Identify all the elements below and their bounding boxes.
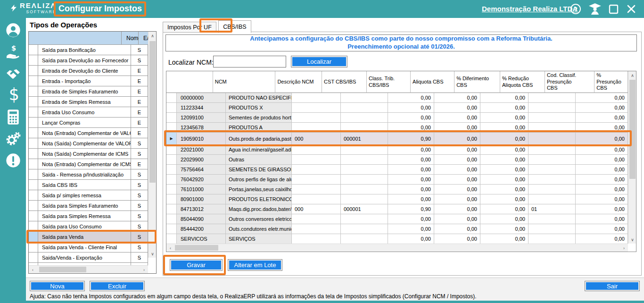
operation-row[interactable]: Saída para Venda - Cliente Final S — [29, 242, 148, 252]
operation-row[interactable]: Saída para Venda S — [29, 232, 148, 242]
account-link[interactable]: Demonstração Realiza LTDA — [482, 5, 578, 13]
cell-cod-classif[interactable] — [528, 113, 576, 123]
operation-row[interactable]: Saida p/ simples remessa S — [29, 190, 148, 201]
cell-cst[interactable] — [292, 234, 341, 244]
operation-row[interactable]: Nota (Saída) Complementar de ICMS S — [29, 149, 148, 159]
user-icon[interactable] — [6, 23, 21, 38]
operation-row-selector[interactable] — [29, 128, 38, 138]
operations-column-header[interactable]: Nome — [122, 32, 139, 45]
operations-horizontal-scrollbar[interactable]: ‹ › — [29, 265, 148, 273]
scroll-up-icon[interactable]: ∧ — [149, 32, 157, 40]
ncm-row[interactable]: ▶ 12099100 Sementes de produtos horti...… — [166, 113, 628, 123]
operation-row-selector[interactable] — [29, 66, 38, 76]
ncm-row[interactable]: ▶ 85444200 Outs.condutores eletr.munid..… — [166, 224, 628, 234]
row-selector-cell[interactable]: ▶ — [166, 185, 177, 194]
cell-diferimento[interactable]: 0,00 — [434, 165, 480, 175]
cell-cst[interactable] — [292, 185, 341, 194]
operation-row[interactable]: Saída CBS IBS S — [29, 180, 148, 190]
cell-class-trib[interactable] — [341, 145, 388, 155]
operation-row[interactable]: Entrada Uso Consumo E — [29, 107, 148, 118]
cell-diferimento[interactable]: 0,00 — [434, 93, 480, 103]
grid-column-header[interactable]: Descrição NCM — [275, 71, 322, 93]
ncm-row[interactable]: ▶ 12345678 PRODUTOS A 0,00 0,00 0,00 0,0… — [166, 123, 628, 133]
row-selector-cell[interactable]: ▶ — [166, 224, 177, 234]
cell-diferimento[interactable]: 0,00 — [434, 204, 480, 214]
cell-presuncao[interactable]: 0,00 — [576, 214, 628, 224]
ncm-row[interactable]: ▶ 22029900 Outras 0,00 0,00 0,00 0,00 — [166, 155, 628, 165]
operation-row-selector[interactable] — [29, 159, 38, 169]
operation-row[interactable]: Lançar Compras E — [29, 118, 148, 128]
scroll-down-icon[interactable]: ∨ — [149, 250, 157, 258]
grid-column-header[interactable]: Class. Trib. CBS/IBS — [367, 71, 411, 93]
cell-diferimento[interactable]: 0,00 — [434, 133, 480, 145]
cell-class-trib[interactable]: 000001 — [341, 204, 388, 214]
cell-cst[interactable]: 000 — [292, 133, 341, 145]
cell-cst[interactable] — [292, 145, 341, 155]
cell-aliquota[interactable]: 0,00 — [388, 175, 434, 185]
operation-row-selector[interactable] — [29, 211, 38, 221]
cell-diferimento[interactable]: 0,00 — [434, 185, 480, 194]
cell-class-trib[interactable] — [341, 234, 388, 244]
row-selector-cell[interactable]: ▶ — [166, 204, 177, 214]
grid-column-header[interactable] — [166, 71, 213, 93]
maximize-icon[interactable] — [607, 3, 619, 15]
cell-cst[interactable] — [292, 155, 341, 165]
cell-reducao[interactable]: 0,00 — [480, 103, 528, 113]
operation-row[interactable]: Nota (Entrada) Complementar de VALOR E — [29, 128, 148, 138]
ncm-row[interactable]: ▶ 22021000 Agua incl.mineral/gaseif.adi.… — [166, 145, 628, 155]
cell-presuncao[interactable]: 0,00 — [576, 194, 628, 204]
cell-reducao[interactable]: 0,00 — [480, 185, 528, 194]
cell-class-trib[interactable] — [341, 123, 388, 133]
cell-cst[interactable] — [292, 123, 341, 133]
cell-presuncao[interactable]: 0,00 — [576, 113, 628, 123]
ncm-row[interactable]: ▶ 11223344 PRODUTOS X 0,00 0,00 0,00 0,0… — [166, 103, 628, 113]
cell-cst[interactable] — [292, 224, 341, 234]
cell-aliquota[interactable]: 0,00 — [388, 194, 434, 204]
scroll-right-icon[interactable]: › — [620, 244, 628, 252]
grid-column-header[interactable]: Cod. Classif. Presunção CBS — [545, 71, 594, 93]
operation-row-selector[interactable] — [29, 55, 38, 66]
cell-aliquota[interactable]: 0,00 — [388, 113, 434, 123]
scrollbar-thumb[interactable] — [149, 41, 156, 183]
training-icon[interactable] — [587, 3, 603, 15]
excluir-button[interactable]: Excluir — [90, 281, 145, 291]
cell-diferimento[interactable]: 0,00 — [434, 113, 480, 123]
cell-reducao[interactable]: 0,00 — [480, 194, 528, 204]
operation-row-selector[interactable] — [29, 190, 38, 201]
cell-cst[interactable] — [292, 175, 341, 185]
operation-row-selector[interactable] — [29, 169, 38, 180]
grid-vertical-scrollbar[interactable]: ∧ ∨ — [628, 71, 636, 244]
operations-vertical-scrollbar[interactable]: ∧ ∨ — [148, 32, 156, 258]
cell-cod-classif[interactable] — [528, 194, 576, 204]
cell-class-trib[interactable] — [341, 175, 388, 185]
alterar-em-lote-button[interactable]: Alterar em Lote — [228, 259, 282, 271]
help-icon[interactable]: ? — [570, 3, 582, 15]
hand-dollar-icon[interactable]: $ — [6, 44, 21, 59]
cell-reducao[interactable]: 0,00 — [480, 133, 528, 145]
cell-presuncao[interactable]: 0,00 — [576, 93, 628, 103]
cell-class-trib[interactable] — [341, 224, 388, 234]
operation-row[interactable]: Nota (Entrada) Complementar de ICMS E — [29, 159, 148, 169]
operation-row-selector[interactable] — [29, 201, 38, 211]
cell-diferimento[interactable]: 0,00 — [434, 224, 480, 234]
ncm-row[interactable]: ▶ 84713012 Maqs.dig.proc.dados,bater/...… — [166, 204, 628, 214]
ncm-row[interactable]: ▶ 76042920 Outros perfis de ligas de alu… — [166, 175, 628, 185]
scrollbar-thumb[interactable] — [629, 80, 636, 179]
operation-row[interactable]: Saída para Simples Remessa S — [29, 211, 148, 221]
cell-aliquota[interactable]: 0,00 — [388, 165, 434, 175]
gears-icon[interactable] — [6, 131, 21, 146]
row-selector-cell[interactable]: ▶ — [166, 103, 177, 113]
cell-aliquota[interactable]: 0,00 — [388, 155, 434, 165]
operation-row-selector[interactable] — [29, 149, 38, 159]
cell-aliquota[interactable]: 0,00 — [388, 103, 434, 113]
cell-cod-classif[interactable] — [528, 185, 576, 194]
cell-presuncao[interactable]: 0,00 — [576, 145, 628, 155]
cell-class-trib[interactable] — [341, 113, 388, 123]
cell-diferimento[interactable]: 0,00 — [434, 175, 480, 185]
cell-cst[interactable]: 000 — [292, 204, 341, 214]
cell-cod-classif[interactable] — [528, 234, 576, 244]
operation-row-selector[interactable] — [29, 138, 38, 149]
cell-aliquota[interactable]: 0,90 — [388, 204, 434, 214]
cell-reducao[interactable]: 0,00 — [480, 155, 528, 165]
grid-column-header[interactable]: % Redução Aliquota CBS — [500, 71, 545, 93]
